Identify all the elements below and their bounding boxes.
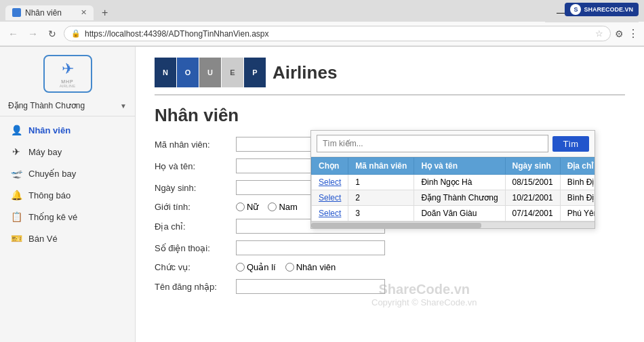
chuc-vu-label: Chức vụ: xyxy=(155,262,236,272)
thong-ke-ve-icon: 📋 xyxy=(9,211,23,222)
ban-ve-label: Bán Vé xyxy=(28,234,58,244)
airline-logo: N O U E P xyxy=(155,58,266,87)
ban-ve-icon: 🎫 xyxy=(9,233,23,244)
gioi-tinh-nam-option[interactable]: Nam xyxy=(268,202,297,212)
gioi-tinh-options: Nữ Nam xyxy=(236,202,298,212)
col-ho-va-ten: Họ và tên xyxy=(414,158,505,175)
select-button[interactable]: Select xyxy=(319,177,341,187)
sidebar-item-thong-bao[interactable]: 🔔 Thông báo xyxy=(0,184,135,206)
table-cell-ngay-sinh: 08/15/2001 xyxy=(505,175,560,190)
col-ma-nhan-vien: Mã nhân viên xyxy=(348,158,414,175)
gioi-tinh-nu-label: Nữ xyxy=(247,202,258,212)
sidebar-menu: 👤 Nhân viên ✈ Máy bay 🛫 Chuyến bay 🔔 Thô… xyxy=(0,116,135,252)
table-cell-ho-ten: Đinh Ngọc Hà xyxy=(414,175,505,190)
sharecode-label: SHARECODE.VN xyxy=(584,6,633,13)
so-dien-thoai-input[interactable] xyxy=(236,240,385,255)
close-icon[interactable]: ✕ xyxy=(81,8,87,17)
new-tab-button[interactable]: + xyxy=(96,7,113,19)
chuc-vu-nhan-vien-option[interactable]: Nhân viên xyxy=(285,262,336,272)
user-label: Đặng Thành Chương xyxy=(8,101,85,110)
airline-header: N O U E P Airlines xyxy=(155,58,625,95)
table-cell-ho-ten: Doãn Văn Giàu xyxy=(414,206,505,221)
tab-title: Nhân viên xyxy=(25,8,62,18)
gioi-tinh-nu-option[interactable]: Nữ xyxy=(236,202,258,212)
ten-dang-nhap-label: Tên đăng nhập: xyxy=(155,282,236,292)
thong-ke-ve-label: Thống kê vé xyxy=(28,212,77,222)
dropdown-arrow-icon: ▼ xyxy=(120,102,127,110)
sharecode-badge: S SHARECODE.VN xyxy=(565,3,639,16)
thong-bao-label: Thông báo xyxy=(28,190,71,200)
chuc-vu-quan-li-option[interactable]: Quản lí xyxy=(236,262,276,272)
logo-airline-text: AIRLINE xyxy=(60,84,75,88)
forward-button[interactable]: → xyxy=(25,26,41,41)
ten-dang-nhap-row: Tên đăng nhập: xyxy=(155,279,625,294)
table-cell-ho-ten: Đặng Thành Chương xyxy=(414,190,505,206)
browser-tab[interactable]: Nhân viên ✕ xyxy=(5,5,94,20)
may-bay-label: Máy bay xyxy=(28,147,62,157)
airline-name: Airlines xyxy=(273,62,337,83)
table-row: Select1Đinh Ngọc Hà08/15/2001Bình Định xyxy=(312,175,595,190)
logo-brand-text: MHP xyxy=(61,79,74,84)
gioi-tinh-nu-radio[interactable] xyxy=(236,202,245,211)
table-row: Select2Đặng Thành Chương10/21/2001Bình Đ… xyxy=(312,190,595,206)
gioi-tinh-nam-radio[interactable] xyxy=(268,202,277,211)
table-cell-dia-chi: Bình Định xyxy=(560,190,595,206)
popup-search-button[interactable]: Tìm xyxy=(552,136,589,152)
select-button[interactable]: Select xyxy=(319,193,341,202)
extensions-button[interactable]: ⚙ xyxy=(615,28,624,39)
col-chon: Chọn xyxy=(312,158,348,175)
ngay-sinh-label: Ngày sinh: xyxy=(155,183,236,193)
sidebar-logo: ✈ MHP AIRLINE xyxy=(0,47,135,98)
logo-airplane-icon: ✈ xyxy=(62,60,74,78)
table-cell-ma: 2 xyxy=(348,190,414,206)
star-icon[interactable]: ☆ xyxy=(595,28,603,39)
page-title: Nhân viên xyxy=(155,105,625,126)
may-bay-icon: ✈ xyxy=(9,146,23,157)
back-button[interactable]: ← xyxy=(5,26,21,41)
so-dien-thoai-row: Số điện thoại: xyxy=(155,240,625,255)
sidebar-item-chuyen-bay[interactable]: 🛫 Chuyến bay xyxy=(0,163,135,184)
chuc-vu-quan-li-radio[interactable] xyxy=(236,263,245,272)
ma-nhan-vien-label: Mã nhân viên: xyxy=(155,140,236,150)
reload-button[interactable]: ↻ xyxy=(45,27,60,41)
url-bar[interactable]: 🔒 https://localhost:44398/ADThongTinNhan… xyxy=(64,26,611,41)
chuyen-bay-icon: 🛫 xyxy=(9,168,23,179)
thong-bao-icon: 🔔 xyxy=(9,190,23,200)
nhan-vien-icon: 👤 xyxy=(9,125,23,135)
chuc-vu-nhan-vien-label: Nhân viên xyxy=(296,262,336,272)
gioi-tinh-nam-label: Nam xyxy=(279,202,297,212)
sidebar-item-nhan-vien[interactable]: 👤 Nhân viên xyxy=(0,119,135,141)
popup-search-bar: Tìm xyxy=(311,131,595,157)
ho-va-ten-label: Họ và tên: xyxy=(155,161,236,171)
popup-table-scroll[interactable]: Chọn Mã nhân viên Họ và tên Ngày sinh Đị… xyxy=(311,157,595,221)
lock-icon: 🔒 xyxy=(71,29,81,38)
gioi-tinh-label: Giới tính: xyxy=(155,202,236,212)
table-cell-ma: 3 xyxy=(348,206,414,221)
sidebar-item-thong-ke-ve[interactable]: 📋 Thống kê vé xyxy=(0,206,135,228)
col-dia-chi: Địa chỉ xyxy=(560,158,595,175)
menu-button[interactable]: ⋮ xyxy=(628,27,639,40)
dia-chi-label: Địa chỉ: xyxy=(155,221,236,232)
table-header-row: Chọn Mã nhân viên Họ và tên Ngày sinh Đị… xyxy=(312,158,595,175)
sidebar-item-may-bay[interactable]: ✈ Máy bay xyxy=(0,141,135,163)
nhan-vien-label: Nhân viên xyxy=(28,125,71,135)
chuc-vu-row: Chức vụ: Quản lí Nhân viên xyxy=(155,262,625,272)
data-table: Chọn Mã nhân viên Họ và tên Ngày sinh Đị… xyxy=(311,157,595,221)
popup-search-input[interactable] xyxy=(317,135,548,152)
table-cell-ngay-sinh: 10/21/2001 xyxy=(505,190,560,206)
so-dien-thoai-label: Số điện thoại: xyxy=(155,243,236,253)
ten-dang-nhap-input[interactable] xyxy=(236,279,385,294)
chuc-vu-quan-li-label: Quản lí xyxy=(247,262,276,272)
table-cell-dia-chi: Phú Yên xyxy=(560,206,595,221)
user-section[interactable]: Đặng Thành Chương ▼ xyxy=(0,98,135,116)
main-content: N O U E P Airlines Nhân viên xyxy=(136,47,644,342)
chuc-vu-nhan-vien-radio[interactable] xyxy=(285,263,294,272)
popup-table-container: Tìm Chọn Mã nhân viên Họ và tên Ngày sin… xyxy=(310,130,595,229)
form-area: Mã nhân viên: Họ và tên: Ngày sinh: 📅 Gi… xyxy=(155,137,625,294)
sidebar-item-ban-ve[interactable]: 🎫 Bán Vé xyxy=(0,228,135,249)
select-button[interactable]: Select xyxy=(319,209,341,218)
chuyen-bay-label: Chuyến bay xyxy=(28,169,76,179)
table-scrollbar[interactable] xyxy=(311,221,595,228)
sharecode-icon: S xyxy=(570,4,581,15)
chuc-vu-options: Quản lí Nhân viên xyxy=(236,262,336,272)
